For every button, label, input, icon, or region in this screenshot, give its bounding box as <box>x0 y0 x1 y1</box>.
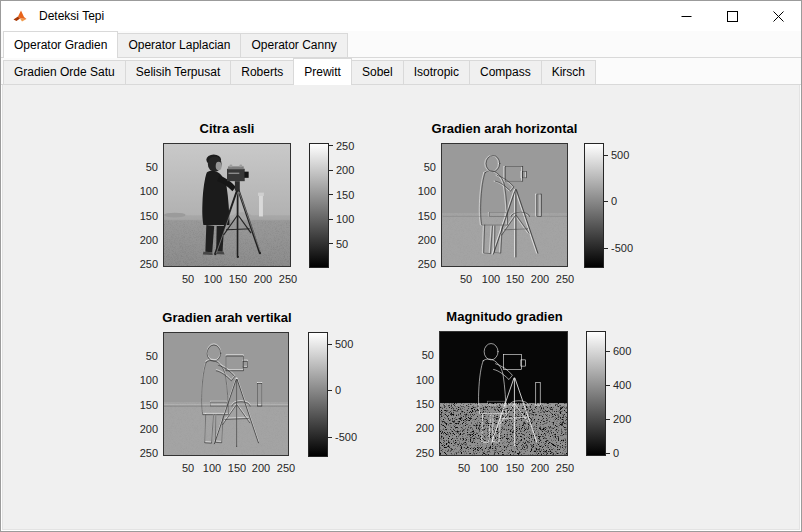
y-tick-label: 150 <box>102 398 158 412</box>
colorbar <box>308 332 328 457</box>
y-tick-label: 200 <box>382 233 436 247</box>
tab-sobel[interactable]: Sobel <box>351 60 404 85</box>
y-tick-label: 250 <box>102 446 158 460</box>
tab-roberts[interactable]: Roberts <box>230 60 294 85</box>
subplot-magnitudo-gradien: Magnitudo gradien 50 100 150 200 250 50 … <box>382 307 644 485</box>
colorbar-tick <box>604 155 608 156</box>
subplot-gradien-horizontal: Gradien arah horizontal 50 100 150 200 2… <box>382 119 644 295</box>
x-tick-label: 250 <box>545 272 585 286</box>
y-tick-label: 50 <box>102 349 158 363</box>
colorbar-tick-label: 250 <box>336 139 354 153</box>
gradient-magnitude-image <box>439 331 568 456</box>
colorbar-tick-label: 50 <box>336 237 348 251</box>
y-tick-label: 150 <box>382 397 434 411</box>
colorbar-tick <box>329 219 333 220</box>
colorbar-tick <box>606 453 610 454</box>
plot-title: Citra asli <box>102 121 352 136</box>
colorbar-tick <box>328 344 332 345</box>
colorbar-tick-label: 400 <box>613 378 631 392</box>
y-tick-label: 200 <box>102 422 158 436</box>
y-tick-label: 50 <box>382 348 434 362</box>
tab-group-operators: Operator Gradien Operator Laplacian Oper… <box>1 31 801 58</box>
colorbar-tick-label: 0 <box>335 383 341 397</box>
tab-prewitt[interactable]: Prewitt <box>293 58 352 85</box>
matlab-logo-icon <box>12 8 28 24</box>
colorbar-tick-label: 0 <box>613 446 619 460</box>
colorbar-tick-label: 0 <box>611 194 617 208</box>
y-tick-label: 100 <box>382 184 436 198</box>
colorbar-tick-label: 200 <box>613 412 631 426</box>
colorbar-tick-label: 100 <box>336 212 354 226</box>
tab-operator-canny[interactable]: Operator Canny <box>240 33 347 58</box>
y-tick-label: 50 <box>102 160 158 174</box>
maximize-icon[interactable] <box>709 1 755 31</box>
tab-kirsch[interactable]: Kirsch <box>541 60 596 85</box>
colorbar <box>584 143 604 268</box>
subplot-gradien-vertikal: Gradien arah vertikal 50 100 150 200 250… <box>102 308 364 484</box>
colorbar-tick <box>606 385 610 386</box>
colorbar-tick-label: 500 <box>611 148 629 162</box>
tab-isotropic[interactable]: Isotropic <box>403 60 470 85</box>
y-tick-label: 150 <box>382 209 436 223</box>
subplot-citra-asli: Citra asli 50 100 150 200 250 50 100 150… <box>102 119 364 295</box>
figure-canvas: Citra asli 50 100 150 200 250 50 100 150… <box>2 85 800 530</box>
y-tick-label: 200 <box>102 233 158 247</box>
plot-title: Magnitudo gradien <box>382 309 627 324</box>
colorbar-tick-label: -500 <box>335 430 357 444</box>
colorbar <box>586 331 606 456</box>
colorbar-tick-label: 200 <box>336 163 354 177</box>
y-tick-label: 100 <box>102 373 158 387</box>
colorbar-tick-label: 150 <box>336 188 354 202</box>
plot-title: Gradien arah horizontal <box>382 121 627 136</box>
horizontal-gradient-image <box>441 143 568 267</box>
tab-group-gradient-methods: Gradien Orde Satu Selisih Terpusat Rober… <box>1 58 801 85</box>
y-tick-label: 50 <box>382 160 436 174</box>
plot-title: Gradien arah vertikal <box>102 310 352 325</box>
title-bar: Deteksi Tepi <box>1 1 801 31</box>
window-title: Deteksi Tepi <box>39 9 104 23</box>
y-tick-label: 250 <box>382 257 436 271</box>
x-tick-label: 250 <box>268 272 308 286</box>
colorbar-tick <box>329 194 333 195</box>
colorbar-tick <box>329 170 333 171</box>
y-tick-label: 100 <box>102 184 158 198</box>
colorbar-tick <box>329 145 333 146</box>
y-tick-label: 200 <box>382 421 434 435</box>
colorbar <box>309 143 329 268</box>
colorbar-tick <box>604 201 608 202</box>
app-window: Deteksi Tepi Operator Gradien Operator L… <box>0 0 802 532</box>
vertical-gradient-image <box>163 332 289 456</box>
colorbar-tick <box>606 419 610 420</box>
colorbar-tick <box>328 437 332 438</box>
close-icon[interactable] <box>755 1 801 31</box>
tab-operator-laplacian[interactable]: Operator Laplacian <box>117 33 241 58</box>
colorbar-tick <box>606 351 610 352</box>
y-tick-label: 100 <box>382 373 434 387</box>
tab-selisih-terpusat[interactable]: Selisih Terpusat <box>125 60 232 85</box>
tab-operator-gradien[interactable]: Operator Gradien <box>3 31 118 58</box>
colorbar-tick <box>328 390 332 391</box>
tab-compass[interactable]: Compass <box>469 60 542 85</box>
colorbar-tick-label: 600 <box>613 344 631 358</box>
tab-gradien-orde-satu[interactable]: Gradien Orde Satu <box>3 60 126 85</box>
cameraman-image <box>163 143 291 267</box>
y-tick-label: 250 <box>382 446 434 460</box>
y-tick-label: 250 <box>102 257 158 271</box>
x-tick-label: 250 <box>266 461 306 475</box>
colorbar-tick-label: 500 <box>335 337 353 351</box>
minimize-icon[interactable] <box>663 1 709 31</box>
colorbar-tick-label: -500 <box>611 241 633 255</box>
colorbar-tick <box>604 248 608 249</box>
x-tick-label: 250 <box>545 461 585 475</box>
y-tick-label: 150 <box>102 209 158 223</box>
colorbar-tick <box>329 243 333 244</box>
